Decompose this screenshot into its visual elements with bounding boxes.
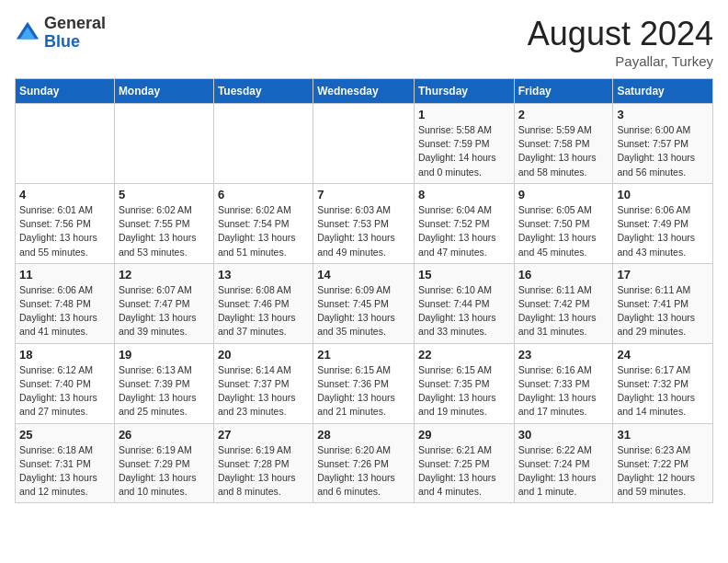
logo: General Blue	[15, 15, 106, 52]
calendar-cell: 14Sunrise: 6:09 AM Sunset: 7:45 PM Dayli…	[313, 263, 415, 343]
day-info: Sunrise: 6:03 AM Sunset: 7:53 PM Dayligh…	[317, 203, 410, 259]
day-of-week-header: Wednesday	[313, 79, 415, 104]
day-of-week-header: Saturday	[613, 79, 713, 104]
day-info: Sunrise: 6:19 AM Sunset: 7:29 PM Dayligh…	[119, 443, 210, 500]
calendar-cell: 4Sunrise: 6:01 AM Sunset: 7:56 PM Daylig…	[16, 183, 115, 263]
calendar-cell: 31Sunrise: 6:23 AM Sunset: 7:22 PM Dayli…	[613, 423, 713, 503]
day-info: Sunrise: 6:15 AM Sunset: 7:36 PM Dayligh…	[317, 363, 410, 419]
day-number: 29	[418, 428, 510, 442]
logo-general-text: General	[44, 14, 106, 32]
day-info: Sunrise: 5:59 AM Sunset: 7:58 PM Dayligh…	[518, 123, 609, 179]
calendar-body: 1Sunrise: 5:58 AM Sunset: 7:59 PM Daylig…	[16, 104, 713, 503]
day-number: 3	[617, 108, 709, 121]
day-number: 4	[19, 188, 110, 201]
day-number: 17	[617, 268, 709, 282]
day-info: Sunrise: 6:11 AM Sunset: 7:41 PM Dayligh…	[617, 283, 709, 339]
calendar-cell	[114, 104, 213, 184]
calendar-cell: 19Sunrise: 6:13 AM Sunset: 7:39 PM Dayli…	[114, 343, 213, 423]
day-info: Sunrise: 6:21 AM Sunset: 7:25 PM Dayligh…	[418, 443, 510, 500]
calendar-cell: 18Sunrise: 6:12 AM Sunset: 7:40 PM Dayli…	[16, 343, 115, 423]
title-block: August 2024 Payallar, Turkey	[528, 15, 713, 69]
day-number: 24	[617, 348, 709, 362]
calendar-cell: 11Sunrise: 6:06 AM Sunset: 7:48 PM Dayli…	[16, 263, 115, 343]
calendar-cell: 20Sunrise: 6:14 AM Sunset: 7:37 PM Dayli…	[213, 343, 313, 423]
day-number: 25	[19, 428, 110, 442]
day-info: Sunrise: 6:10 AM Sunset: 7:44 PM Dayligh…	[418, 283, 510, 339]
day-number: 5	[119, 188, 210, 201]
day-of-week-header: Thursday	[414, 79, 514, 104]
day-of-week-header: Friday	[514, 79, 613, 104]
day-info: Sunrise: 6:00 AM Sunset: 7:57 PM Dayligh…	[617, 123, 709, 179]
day-info: Sunrise: 6:17 AM Sunset: 7:32 PM Dayligh…	[617, 363, 709, 419]
day-number: 27	[218, 428, 309, 442]
month-year-title: August 2024	[528, 15, 713, 53]
day-of-week-header: Tuesday	[213, 79, 313, 104]
day-number: 31	[617, 428, 709, 442]
calendar-cell: 1Sunrise: 5:58 AM Sunset: 7:59 PM Daylig…	[414, 104, 514, 184]
calendar-week-row: 18Sunrise: 6:12 AM Sunset: 7:40 PM Dayli…	[16, 343, 713, 423]
logo-blue-text: Blue	[44, 32, 80, 51]
calendar-cell: 28Sunrise: 6:20 AM Sunset: 7:26 PM Dayli…	[313, 423, 415, 503]
day-number: 8	[418, 188, 510, 201]
day-number: 15	[418, 268, 510, 282]
day-info: Sunrise: 6:02 AM Sunset: 7:55 PM Dayligh…	[119, 203, 210, 259]
calendar-week-row: 1Sunrise: 5:58 AM Sunset: 7:59 PM Daylig…	[16, 104, 713, 184]
day-info: Sunrise: 6:12 AM Sunset: 7:40 PM Dayligh…	[19, 363, 110, 419]
day-number: 9	[518, 188, 609, 201]
day-info: Sunrise: 5:58 AM Sunset: 7:59 PM Dayligh…	[418, 123, 510, 179]
calendar-cell: 25Sunrise: 6:18 AM Sunset: 7:31 PM Dayli…	[16, 423, 115, 503]
day-info: Sunrise: 6:13 AM Sunset: 7:39 PM Dayligh…	[119, 363, 210, 419]
calendar-cell: 29Sunrise: 6:21 AM Sunset: 7:25 PM Dayli…	[414, 423, 514, 503]
calendar-header: SundayMondayTuesdayWednesdayThursdayFrid…	[16, 79, 713, 104]
day-number: 18	[19, 348, 110, 362]
day-number: 22	[418, 348, 510, 362]
day-number: 6	[218, 188, 309, 201]
day-of-week-header: Monday	[114, 79, 213, 104]
day-info: Sunrise: 6:02 AM Sunset: 7:54 PM Dayligh…	[218, 203, 309, 259]
day-info: Sunrise: 6:19 AM Sunset: 7:28 PM Dayligh…	[218, 443, 309, 500]
day-number: 2	[518, 108, 609, 121]
day-info: Sunrise: 6:01 AM Sunset: 7:56 PM Dayligh…	[19, 203, 110, 259]
calendar-cell: 27Sunrise: 6:19 AM Sunset: 7:28 PM Dayli…	[213, 423, 313, 503]
calendar-cell: 23Sunrise: 6:16 AM Sunset: 7:33 PM Dayli…	[514, 343, 613, 423]
calendar-cell: 13Sunrise: 6:08 AM Sunset: 7:46 PM Dayli…	[213, 263, 313, 343]
day-info: Sunrise: 6:08 AM Sunset: 7:46 PM Dayligh…	[218, 283, 309, 339]
day-number: 19	[119, 348, 210, 362]
day-info: Sunrise: 6:22 AM Sunset: 7:24 PM Dayligh…	[518, 443, 609, 500]
day-info: Sunrise: 6:07 AM Sunset: 7:47 PM Dayligh…	[119, 283, 210, 339]
day-number: 7	[317, 188, 410, 201]
day-number: 12	[119, 268, 210, 282]
day-of-week-header: Sunday	[16, 79, 115, 104]
calendar-week-row: 25Sunrise: 6:18 AM Sunset: 7:31 PM Dayli…	[16, 423, 713, 503]
logo-icon	[15, 20, 40, 46]
calendar-cell	[213, 104, 313, 184]
calendar-week-row: 11Sunrise: 6:06 AM Sunset: 7:48 PM Dayli…	[16, 263, 713, 343]
calendar-table: SundayMondayTuesdayWednesdayThursdayFrid…	[15, 78, 713, 503]
day-number: 26	[119, 428, 210, 442]
day-info: Sunrise: 6:20 AM Sunset: 7:26 PM Dayligh…	[317, 443, 410, 500]
calendar-cell: 21Sunrise: 6:15 AM Sunset: 7:36 PM Dayli…	[313, 343, 415, 423]
calendar-week-row: 4Sunrise: 6:01 AM Sunset: 7:56 PM Daylig…	[16, 183, 713, 263]
calendar-cell: 3Sunrise: 6:00 AM Sunset: 7:57 PM Daylig…	[613, 104, 713, 184]
day-number: 11	[19, 268, 110, 282]
calendar-cell	[313, 104, 415, 184]
calendar-cell: 2Sunrise: 5:59 AM Sunset: 7:58 PM Daylig…	[514, 104, 613, 184]
day-info: Sunrise: 6:15 AM Sunset: 7:35 PM Dayligh…	[418, 363, 510, 419]
day-info: Sunrise: 6:05 AM Sunset: 7:50 PM Dayligh…	[518, 203, 609, 259]
calendar-cell	[16, 104, 115, 184]
calendar-cell: 26Sunrise: 6:19 AM Sunset: 7:29 PM Dayli…	[114, 423, 213, 503]
calendar-cell: 30Sunrise: 6:22 AM Sunset: 7:24 PM Dayli…	[514, 423, 613, 503]
calendar-cell: 10Sunrise: 6:06 AM Sunset: 7:49 PM Dayli…	[613, 183, 713, 263]
day-number: 28	[317, 428, 410, 442]
day-number: 20	[218, 348, 309, 362]
day-number: 30	[518, 428, 609, 442]
day-info: Sunrise: 6:11 AM Sunset: 7:42 PM Dayligh…	[518, 283, 609, 339]
days-of-week-row: SundayMondayTuesdayWednesdayThursdayFrid…	[16, 79, 713, 104]
calendar-cell: 22Sunrise: 6:15 AM Sunset: 7:35 PM Dayli…	[414, 343, 514, 423]
day-number: 16	[518, 268, 609, 282]
calendar-cell: 6Sunrise: 6:02 AM Sunset: 7:54 PM Daylig…	[213, 183, 313, 263]
day-number: 21	[317, 348, 410, 362]
calendar-cell: 24Sunrise: 6:17 AM Sunset: 7:32 PM Dayli…	[613, 343, 713, 423]
day-info: Sunrise: 6:16 AM Sunset: 7:33 PM Dayligh…	[518, 363, 609, 419]
day-number: 13	[218, 268, 309, 282]
